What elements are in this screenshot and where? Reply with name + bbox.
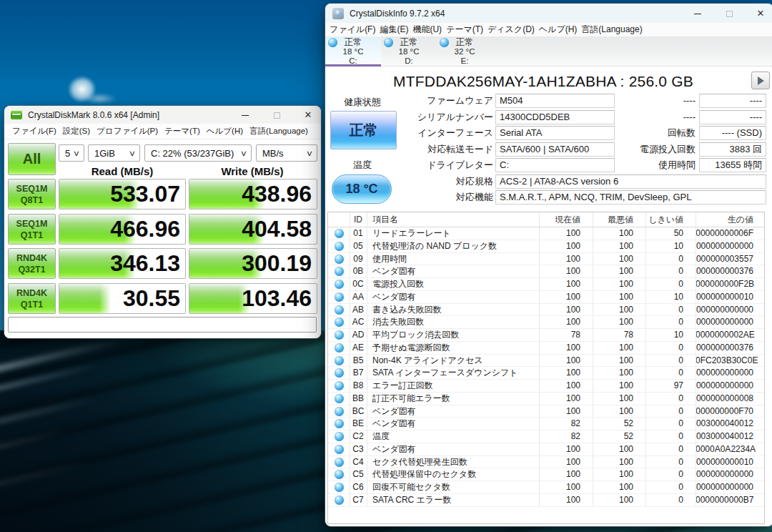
cdm-menu-item[interactable]: 言語(Language) — [249, 126, 308, 137]
smart-row[interactable]: BE ベンダ固有 82 52 0 003000040012 — [328, 418, 764, 430]
disk-field-row: ---- ---- — [325, 94, 772, 108]
cdm-menu-item[interactable]: プロファイル(P) — [96, 126, 158, 137]
smart-cell-threshold: 0 — [645, 468, 696, 481]
smart-cell-id: B7 — [350, 367, 367, 380]
cdi-close-button[interactable]: ✕ — [745, 8, 772, 19]
smart-row[interactable]: 0B ベンダ固有 100 100 0 000000000376 — [328, 265, 764, 278]
cdi-minimize-button[interactable] — [682, 8, 713, 19]
smart-row[interactable]: BC ベンダ固有 100 100 0 000000000F70 — [328, 405, 764, 418]
cdm-test-button[interactable]: RND4KQ1T1 — [8, 283, 56, 314]
smart-row[interactable]: AC 消去失敗回数 100 100 0 000000000000 — [328, 316, 764, 329]
cdi-drive-tab[interactable]: 正常 32 °C E: — [437, 36, 493, 66]
smart-cell-worst: 100 — [593, 227, 645, 240]
cdm-status-box — [8, 317, 317, 332]
smart-cell-threshold: 0 — [645, 355, 696, 368]
smart-row[interactable]: 09 使用時間 100 100 0 000000003557 — [328, 253, 764, 266]
cdi-window-title: CrystalDiskInfo 9.7.2 x64 — [350, 9, 445, 19]
smart-cell-name: ベンダ固有 — [367, 418, 539, 430]
smart-cell-raw: 000000000000 — [696, 304, 766, 317]
smart-row[interactable]: AA ベンダ固有 100 100 10 000000000010 — [328, 291, 764, 304]
disk-field-label: 電源投入回数 — [599, 142, 696, 157]
disk-field-row: 対応機能 S.M.A.R.T., APM, NCQ, TRIM, DevSlee… — [325, 190, 772, 205]
smart-row[interactable]: AE 予期せぬ電源断回数 100 100 0 000000000376 — [328, 342, 764, 355]
cdm-test-button[interactable]: RND4KQ32T1 — [8, 248, 56, 279]
smart-row[interactable]: C7 SATA CRC エラー数 100 100 0 0000000000B7 — [328, 494, 764, 507]
smart-cell-raw: 000000000000 — [696, 380, 766, 393]
cdm-unit-select[interactable]: MB/s∨ — [256, 144, 317, 162]
smart-row[interactable]: C4 セクタ代替処理発生回数 100 100 0 000000000010 — [328, 456, 764, 469]
cdm-close-button[interactable]: ✕ — [292, 109, 324, 120]
smart-row[interactable]: 01 リードエラーレート 100 100 50 00000000006F — [328, 227, 764, 240]
cdi-menu-item[interactable]: 編集(E) — [380, 24, 408, 36]
cdm-test-count-select[interactable]: 5∨ — [59, 144, 84, 162]
smart-cell-threshold: 0 — [645, 405, 696, 418]
smart-status-orb-icon — [328, 443, 350, 456]
cdi-titlebar[interactable]: CrystalDiskInfo 9.7.2 x64 ✕ — [325, 4, 772, 23]
smart-cell-threshold: 10 — [645, 329, 696, 342]
smart-cell-threshold: 97 — [645, 380, 696, 393]
smart-status-orb-icon — [328, 380, 350, 393]
smart-cell-current: 82 — [539, 418, 593, 430]
smart-cell-threshold: 0 — [645, 367, 696, 380]
cdm-test-button[interactable]: SEQ1MQ1T1 — [8, 214, 56, 245]
smart-row[interactable]: C6 回復不可能セクタ数 100 100 0 000000000000 — [328, 481, 764, 494]
smart-header-current: 現在値 — [539, 212, 593, 227]
cdm-write-bar: 103.46 — [189, 283, 317, 314]
disk-field-row: 電源投入回数 3883 回 — [325, 142, 772, 157]
cdm-minimize-button[interactable] — [229, 109, 261, 120]
cdi-drive-tab[interactable]: 正常 18 °C D: — [381, 36, 437, 66]
smart-row[interactable]: C2 温度 82 52 0 003000040012 — [328, 430, 764, 443]
next-disk-button[interactable] — [751, 72, 770, 89]
cdm-titlebar[interactable]: CrystalDiskMark 8.0.6 x64 [Admin] ✕ — [4, 106, 321, 124]
crystaldiskinfo-window: CrystalDiskInfo 9.7.2 x64 ✕ ファイル(F)編集(E)… — [325, 4, 772, 526]
smart-row[interactable]: C3 ベンダ固有 100 100 0 0000A0A2234A — [328, 443, 764, 456]
smart-status-orb-icon — [328, 367, 350, 380]
smart-row[interactable]: AB 書き込み失敗回数 100 100 0 000000000000 — [328, 304, 764, 317]
smart-cell-current: 100 — [539, 304, 593, 317]
smart-cell-id: B5 — [350, 355, 367, 368]
smart-status-orb-icon — [328, 456, 350, 469]
smart-row[interactable]: C5 代替処理保留中のセクタ数 100 100 0 000000000000 — [328, 468, 764, 481]
cdm-write-header: Write (MB/s) — [189, 165, 316, 177]
cdm-test-size-select[interactable]: 1GiB∨ — [88, 144, 140, 162]
cdi-menu-item[interactable]: ファイル(F) — [330, 24, 375, 36]
smart-row[interactable]: B5 Non-4K アラインドアクセス 100 100 0 0FC203B30C… — [328, 355, 764, 368]
smart-cell-threshold: 0 — [645, 253, 696, 266]
smart-cell-id: AA — [350, 291, 367, 304]
smart-cell-name: ベンダ固有 — [367, 265, 539, 278]
read-speed-value: 30.55 — [59, 284, 180, 313]
cdm-maximize-button[interactable] — [261, 109, 292, 120]
smart-row[interactable]: B8 エラー訂正回数 100 100 97 000000000000 — [328, 380, 764, 393]
smart-row[interactable]: B7 SATA インターフェースダウンシフト 100 100 0 0000000… — [328, 367, 764, 380]
smart-cell-raw: 000000000000 — [696, 481, 766, 494]
cdm-target-drive-select[interactable]: C: 22% (53/237GiB)∨ — [144, 144, 252, 162]
disk-field-label: 対応規格 — [325, 174, 493, 189]
smart-cell-raw: 000000000010 — [696, 456, 766, 469]
disk-field-label: ---- — [599, 110, 696, 124]
cdm-menu-item[interactable]: ファイル(F) — [12, 126, 56, 137]
smart-row[interactable]: BB 訂正不可能エラー数 100 100 0 000000000008 — [328, 393, 764, 405]
cdi-menu-item[interactable]: 言語(Language) — [581, 24, 642, 36]
cdi-drive-tab[interactable]: 正常 18 °C C: — [325, 36, 381, 66]
cdi-menu-item[interactable]: ディスク(D) — [488, 24, 535, 36]
smart-status-orb-icon — [328, 240, 350, 253]
cdm-menu-item[interactable]: 設定(S) — [63, 126, 90, 137]
smart-row[interactable]: 0C 電源投入回数 100 100 0 000000000F2B — [328, 278, 764, 291]
cdm-all-button[interactable]: All — [8, 143, 56, 175]
smart-status-orb-icon — [328, 468, 350, 481]
cdi-menu-item[interactable]: ヘルプ(H) — [539, 24, 578, 36]
cdi-menu-item[interactable]: テーマ(T) — [446, 24, 483, 36]
selected-value: 1GiB — [94, 148, 115, 159]
cdm-menu-item[interactable]: ヘルプ(H) — [207, 126, 243, 137]
cdm-test-button[interactable]: SEQ1MQ8T1 — [8, 179, 56, 210]
smart-cell-worst: 100 — [593, 342, 645, 355]
disk-field-label: 回転数 — [599, 126, 696, 140]
cdm-menu-item[interactable]: テーマ(T) — [164, 126, 200, 137]
smart-row[interactable]: 05 代替処理済の NAND ブロック数 100 100 10 00000000… — [328, 240, 764, 253]
smart-status-orb-icon — [328, 430, 350, 443]
cdi-menu-item[interactable]: 機能(U) — [412, 24, 442, 36]
smart-row[interactable]: AD 平均ブロック消去回数 78 78 10 0000000002AE — [328, 329, 764, 342]
smart-cell-worst: 100 — [593, 253, 645, 266]
cdi-maximize-button[interactable] — [713, 8, 745, 19]
cdm-write-bar: 404.58 — [189, 214, 317, 245]
